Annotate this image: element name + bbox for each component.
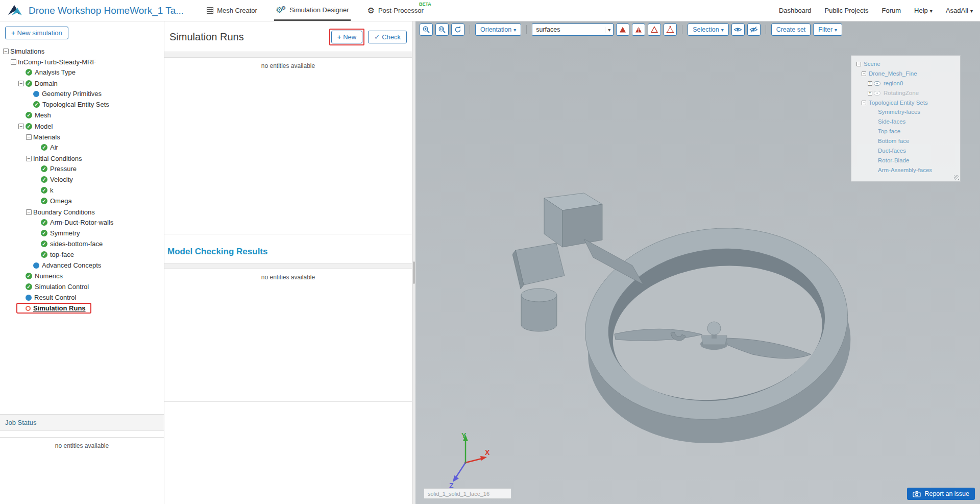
scene-tree-item[interactable]: Bottom face (853, 136, 958, 146)
tree-item[interactable]: sides-bottom-face (0, 238, 164, 249)
tree-item[interactable]: Symmetry (0, 228, 164, 238)
eye-icon[interactable] (874, 91, 880, 95)
report-issue-button[interactable]: Report an issue (907, 488, 975, 500)
show-all-button[interactable] (731, 23, 745, 36)
expander-icon[interactable] (18, 81, 24, 86)
expander-icon[interactable] (3, 49, 9, 54)
tree-item[interactable]: Result Control (0, 292, 164, 303)
expander-icon[interactable] (871, 119, 875, 124)
orientation-dropdown[interactable]: Orientation (475, 23, 521, 36)
expander-icon[interactable] (34, 198, 39, 204)
expander-icon[interactable] (26, 209, 32, 215)
scene-tree-item[interactable]: Drone_Mesh_Fine (853, 68, 958, 78)
simscale-logo[interactable] (7, 3, 22, 18)
nav-item[interactable]: Dashboard (779, 7, 812, 14)
eye-icon[interactable] (874, 81, 880, 86)
scene-tree-item[interactable]: Side-faces (853, 117, 958, 127)
expander-icon[interactable] (18, 69, 24, 75)
zoom-box-button[interactable] (435, 23, 449, 36)
reset-view-button[interactable] (451, 23, 464, 36)
expander-icon[interactable] (856, 62, 861, 66)
tree-item[interactable]: Velocity (0, 174, 164, 185)
tree-item[interactable]: Simulation Control (0, 281, 164, 292)
expander-icon[interactable] (26, 134, 32, 140)
expander-icon[interactable] (871, 158, 875, 163)
expander-icon[interactable] (26, 102, 32, 107)
drone-model[interactable] (512, 190, 860, 466)
tree-item[interactable]: Advanced Concepts (0, 260, 164, 271)
expander-icon[interactable] (862, 71, 866, 76)
expander-icon[interactable] (871, 139, 875, 143)
render-wireframe-button[interactable] (648, 23, 661, 36)
nav-item[interactable]: Public Projects (825, 7, 869, 14)
zoom-fit-button[interactable] (420, 23, 433, 36)
expander-icon[interactable] (18, 305, 24, 311)
scene-tree-item[interactable]: Symmetry-faces (853, 107, 958, 117)
new-run-button[interactable]: New (331, 31, 363, 43)
tree-item[interactable]: Omega (0, 196, 164, 206)
scene-tree-item[interactable]: Topological Entity Sets (853, 98, 958, 107)
expander-icon[interactable] (18, 284, 24, 290)
expander-icon[interactable] (868, 91, 872, 95)
expander-icon[interactable] (18, 273, 24, 279)
expander-icon[interactable] (871, 168, 875, 173)
expander-icon[interactable] (34, 145, 39, 150)
tree-item[interactable]: Simulations (0, 45, 164, 56)
tree-item[interactable]: Simulation Runs (0, 303, 164, 314)
expander-icon[interactable] (18, 124, 24, 129)
expander-icon[interactable] (34, 241, 39, 247)
tree-item[interactable]: Domain (0, 78, 164, 88)
tree-item[interactable]: Materials (0, 131, 164, 142)
expander-icon[interactable] (871, 110, 875, 114)
scene-tree-item[interactable]: Scene (853, 59, 958, 68)
tree-item[interactable]: Mesh (0, 110, 164, 121)
tree-item[interactable]: k (0, 185, 164, 196)
expander-icon[interactable] (26, 156, 32, 161)
expander-icon[interactable] (34, 187, 39, 193)
resizer-grip[interactable] (413, 261, 415, 284)
scene-tree-item[interactable]: Arm-Assembly-faces (853, 165, 958, 175)
tree-item[interactable]: Pressure (0, 163, 164, 174)
filter-dropdown[interactable]: Filter (813, 23, 842, 36)
tree-item[interactable]: Air (0, 142, 164, 153)
tree-item[interactable]: Initial Conditions (0, 153, 164, 163)
check-button[interactable]: Check (368, 31, 407, 43)
tree-item[interactable]: Model (0, 121, 164, 131)
expander-icon[interactable] (871, 129, 875, 134)
tree-item[interactable]: Boundary Conditions (0, 206, 164, 217)
expander-icon[interactable] (26, 262, 32, 268)
viewport-3d[interactable]: Orientation surfaces ▾ (415, 21, 980, 504)
tree-item[interactable]: top-face (0, 249, 164, 260)
expander-icon[interactable] (34, 177, 39, 182)
tree-item[interactable]: Geometry Primitives (0, 88, 164, 99)
selection-dropdown[interactable]: Selection (688, 23, 728, 36)
expander-icon[interactable] (34, 166, 39, 172)
expander-icon[interactable] (868, 81, 872, 86)
nav-item[interactable]: AsadAli (946, 7, 973, 14)
render-points-button[interactable] (664, 23, 677, 36)
scene-tree-item[interactable]: Top-face (853, 127, 958, 136)
tree-item[interactable]: Arm-Duct-Rotor-walls (0, 217, 164, 228)
create-set-button[interactable]: Create set (771, 23, 811, 36)
new-simulation-button[interactable]: New simulation (5, 27, 68, 39)
scene-tree-item[interactable]: Duct-faces (853, 146, 958, 156)
expander-icon[interactable] (18, 295, 24, 300)
expander-icon[interactable] (34, 220, 39, 225)
scene-tree-item[interactable]: region0 (853, 78, 958, 88)
project-title[interactable]: Drone Workshop HomeWork_1 Ta... (29, 5, 184, 16)
expander-icon[interactable] (871, 149, 875, 153)
render-surface-wireframe-button[interactable] (632, 23, 645, 36)
scene-tree-item[interactable]: RotatingZone (853, 88, 958, 98)
tree-item[interactable]: Numerics (0, 271, 164, 281)
tree-item[interactable]: Analysis Type (0, 67, 164, 78)
scene-tree-item[interactable]: Rotor-Blade (853, 156, 958, 165)
tree-item[interactable]: InComp-Turb-Steady-MRF (0, 56, 164, 67)
render-surface-button[interactable] (616, 23, 629, 36)
expander-icon[interactable] (26, 91, 32, 97)
nav-item[interactable]: Help (914, 7, 933, 14)
tree-item[interactable]: Topological Entity Sets (0, 99, 164, 110)
expander-icon[interactable] (862, 101, 866, 105)
workbench-tab[interactable]: Mesh Creator (205, 0, 259, 21)
nav-item[interactable]: Forum (882, 7, 901, 14)
expander-icon[interactable] (34, 252, 39, 257)
